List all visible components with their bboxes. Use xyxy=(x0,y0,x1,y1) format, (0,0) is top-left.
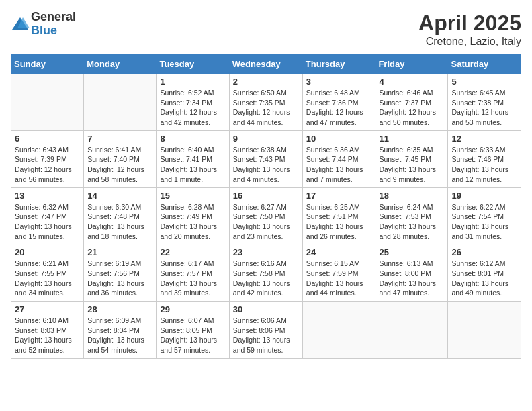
calendar-day-cell: 17Sunrise: 6:25 AM Sunset: 7:51 PM Dayli… xyxy=(302,187,375,244)
logo-blue: Blue xyxy=(31,24,76,38)
day-number: 7 xyxy=(87,134,152,144)
day-info: Sunrise: 6:35 AM Sunset: 7:45 PM Dayligh… xyxy=(379,145,444,185)
day-number: 9 xyxy=(233,134,299,144)
day-number: 24 xyxy=(306,247,372,257)
day-number: 22 xyxy=(160,247,225,257)
day-number: 19 xyxy=(451,191,517,201)
day-info: Sunrise: 6:45 AM Sunset: 7:38 PM Dayligh… xyxy=(451,88,517,128)
day-info: Sunrise: 6:30 AM Sunset: 7:48 PM Dayligh… xyxy=(87,202,152,242)
calendar-day-cell: 16Sunrise: 6:27 AM Sunset: 7:50 PM Dayli… xyxy=(229,187,302,244)
day-number: 11 xyxy=(379,134,444,144)
day-info: Sunrise: 6:43 AM Sunset: 7:39 PM Dayligh… xyxy=(15,145,80,185)
day-info: Sunrise: 6:10 AM Sunset: 8:03 PM Dayligh… xyxy=(15,316,80,355)
day-info: Sunrise: 6:41 AM Sunset: 7:40 PM Dayligh… xyxy=(87,145,152,185)
calendar-day-cell: 20Sunrise: 6:21 AM Sunset: 7:55 PM Dayli… xyxy=(11,244,84,302)
day-info: Sunrise: 6:15 AM Sunset: 7:59 PM Dayligh… xyxy=(306,259,372,298)
calendar-day-cell: 1Sunrise: 6:52 AM Sunset: 7:34 PM Daylig… xyxy=(157,74,229,131)
day-info: Sunrise: 6:52 AM Sunset: 7:34 PM Dayligh… xyxy=(160,88,225,128)
day-info: Sunrise: 6:09 AM Sunset: 8:04 PM Dayligh… xyxy=(87,316,152,355)
day-info: Sunrise: 6:13 AM Sunset: 8:00 PM Dayligh… xyxy=(379,259,444,298)
day-number: 25 xyxy=(379,247,444,257)
calendar-day-cell: 11Sunrise: 6:35 AM Sunset: 7:45 PM Dayli… xyxy=(375,130,448,187)
day-number: 6 xyxy=(15,134,80,144)
day-number: 30 xyxy=(233,304,299,314)
calendar-day-cell xyxy=(84,74,157,131)
calendar-day-cell xyxy=(448,302,521,359)
calendar-week-row: 27Sunrise: 6:10 AM Sunset: 8:03 PM Dayli… xyxy=(11,302,521,359)
calendar-week-row: 1Sunrise: 6:52 AM Sunset: 7:34 PM Daylig… xyxy=(11,74,521,131)
day-info: Sunrise: 6:38 AM Sunset: 7:43 PM Dayligh… xyxy=(233,145,299,185)
calendar-week-row: 13Sunrise: 6:32 AM Sunset: 7:47 PM Dayli… xyxy=(11,187,521,244)
day-number: 26 xyxy=(451,247,517,257)
day-info: Sunrise: 6:50 AM Sunset: 7:35 PM Dayligh… xyxy=(233,88,299,128)
day-number: 29 xyxy=(160,304,225,314)
calendar-day-cell: 2Sunrise: 6:50 AM Sunset: 7:35 PM Daylig… xyxy=(229,74,302,131)
calendar-day-cell: 8Sunrise: 6:40 AM Sunset: 7:41 PM Daylig… xyxy=(157,130,229,187)
day-number: 8 xyxy=(160,134,225,144)
day-info: Sunrise: 6:33 AM Sunset: 7:46 PM Dayligh… xyxy=(451,145,517,185)
calendar-day-cell: 3Sunrise: 6:48 AM Sunset: 7:36 PM Daylig… xyxy=(302,74,375,131)
day-number: 2 xyxy=(233,77,299,87)
day-info: Sunrise: 6:24 AM Sunset: 7:53 PM Dayligh… xyxy=(379,202,444,242)
day-info: Sunrise: 6:21 AM Sunset: 7:55 PM Dayligh… xyxy=(15,259,80,298)
day-number: 4 xyxy=(379,77,444,87)
logo-text: General Blue xyxy=(31,11,76,38)
calendar-day-cell xyxy=(375,302,448,359)
calendar-day-cell: 5Sunrise: 6:45 AM Sunset: 7:38 PM Daylig… xyxy=(448,74,521,131)
calendar-day-cell: 21Sunrise: 6:19 AM Sunset: 7:56 PM Dayli… xyxy=(84,244,157,302)
calendar-day-cell: 19Sunrise: 6:22 AM Sunset: 7:54 PM Dayli… xyxy=(448,187,521,244)
calendar-day-cell: 14Sunrise: 6:30 AM Sunset: 7:48 PM Dayli… xyxy=(84,187,157,244)
day-number: 20 xyxy=(15,247,80,257)
day-number: 21 xyxy=(87,247,152,257)
day-number: 13 xyxy=(15,191,80,201)
day-number: 5 xyxy=(451,77,517,87)
day-info: Sunrise: 6:36 AM Sunset: 7:44 PM Dayligh… xyxy=(306,145,372,185)
day-number: 18 xyxy=(379,191,444,201)
day-info: Sunrise: 6:07 AM Sunset: 8:05 PM Dayligh… xyxy=(160,316,225,355)
calendar-day-cell: 18Sunrise: 6:24 AM Sunset: 7:53 PM Dayli… xyxy=(375,187,448,244)
subtitle: Cretone, Lazio, Italy xyxy=(418,36,521,48)
calendar-day-cell: 26Sunrise: 6:12 AM Sunset: 8:01 PM Dayli… xyxy=(448,244,521,302)
calendar-day-cell: 15Sunrise: 6:28 AM Sunset: 7:49 PM Dayli… xyxy=(157,187,229,244)
day-info: Sunrise: 6:48 AM Sunset: 7:36 PM Dayligh… xyxy=(306,88,372,128)
day-info: Sunrise: 6:25 AM Sunset: 7:51 PM Dayligh… xyxy=(306,202,372,242)
logo-icon xyxy=(11,15,30,34)
day-header-monday: Monday xyxy=(84,55,157,74)
day-info: Sunrise: 6:28 AM Sunset: 7:49 PM Dayligh… xyxy=(160,202,225,242)
calendar-day-cell: 29Sunrise: 6:07 AM Sunset: 8:05 PM Dayli… xyxy=(157,302,229,359)
calendar-header-row: SundayMondayTuesdayWednesdayThursdayFrid… xyxy=(11,55,521,74)
calendar-day-cell xyxy=(11,74,84,131)
calendar-day-cell: 30Sunrise: 6:06 AM Sunset: 8:06 PM Dayli… xyxy=(229,302,302,359)
day-number: 16 xyxy=(233,191,299,201)
calendar-day-cell: 28Sunrise: 6:09 AM Sunset: 8:04 PM Dayli… xyxy=(84,302,157,359)
page-header: General Blue April 2025 Cretone, Lazio, … xyxy=(11,11,521,48)
calendar-day-cell: 7Sunrise: 6:41 AM Sunset: 7:40 PM Daylig… xyxy=(84,130,157,187)
calendar-day-cell: 6Sunrise: 6:43 AM Sunset: 7:39 PM Daylig… xyxy=(11,130,84,187)
day-info: Sunrise: 6:06 AM Sunset: 8:06 PM Dayligh… xyxy=(233,316,299,355)
main-title: April 2025 xyxy=(418,11,521,36)
day-number: 14 xyxy=(87,191,152,201)
day-number: 28 xyxy=(87,304,152,314)
calendar-week-row: 20Sunrise: 6:21 AM Sunset: 7:55 PM Dayli… xyxy=(11,244,521,302)
logo: General Blue xyxy=(11,11,76,38)
day-info: Sunrise: 6:46 AM Sunset: 7:37 PM Dayligh… xyxy=(379,88,444,128)
day-info: Sunrise: 6:32 AM Sunset: 7:47 PM Dayligh… xyxy=(15,202,80,242)
day-info: Sunrise: 6:19 AM Sunset: 7:56 PM Dayligh… xyxy=(87,259,152,298)
calendar-day-cell: 23Sunrise: 6:16 AM Sunset: 7:58 PM Dayli… xyxy=(229,244,302,302)
day-info: Sunrise: 6:16 AM Sunset: 7:58 PM Dayligh… xyxy=(233,259,299,298)
calendar-day-cell: 9Sunrise: 6:38 AM Sunset: 7:43 PM Daylig… xyxy=(229,130,302,187)
title-block: April 2025 Cretone, Lazio, Italy xyxy=(418,11,521,48)
day-info: Sunrise: 6:27 AM Sunset: 7:50 PM Dayligh… xyxy=(233,202,299,242)
day-header-sunday: Sunday xyxy=(11,55,84,74)
day-number: 17 xyxy=(306,191,372,201)
logo-general: General xyxy=(31,11,76,24)
day-number: 27 xyxy=(15,304,80,314)
day-header-friday: Friday xyxy=(375,55,448,74)
day-number: 10 xyxy=(306,134,372,144)
day-info: Sunrise: 6:22 AM Sunset: 7:54 PM Dayligh… xyxy=(451,202,517,242)
calendar-table: SundayMondayTuesdayWednesdayThursdayFrid… xyxy=(11,54,521,359)
day-info: Sunrise: 6:12 AM Sunset: 8:01 PM Dayligh… xyxy=(451,259,517,298)
calendar-day-cell: 4Sunrise: 6:46 AM Sunset: 7:37 PM Daylig… xyxy=(375,74,448,131)
day-info: Sunrise: 6:17 AM Sunset: 7:57 PM Dayligh… xyxy=(160,259,225,298)
calendar-day-cell xyxy=(302,302,375,359)
